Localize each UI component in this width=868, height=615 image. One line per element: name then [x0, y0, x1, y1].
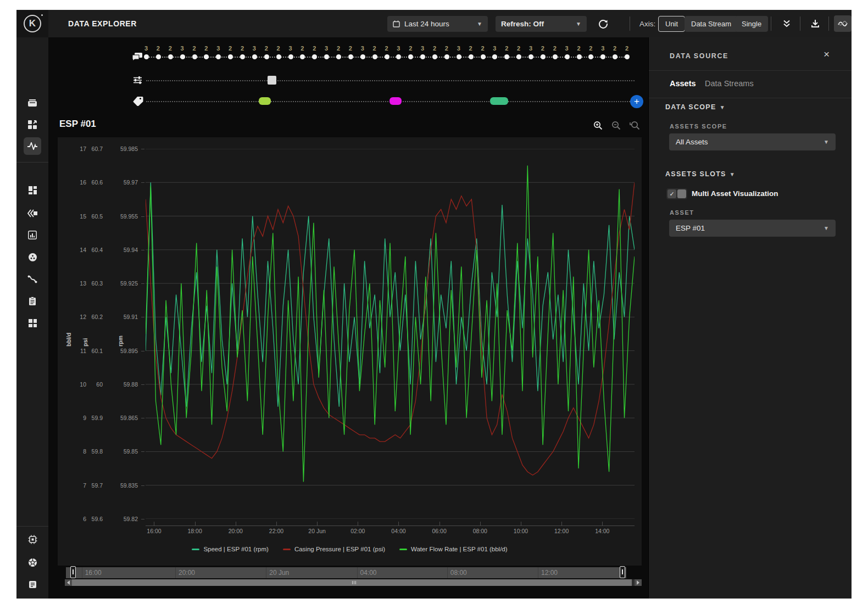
annotation-dot[interactable] [492, 54, 497, 59]
annotation-dot[interactable] [565, 54, 570, 59]
annotation-dot[interactable] [156, 54, 161, 59]
annotation-dot[interactable] [348, 54, 353, 59]
legend-item[interactable]: Water Flow Rate | ESP #01 (bbl/d) [399, 546, 508, 552]
zoom-reset-icon[interactable] [630, 121, 640, 130]
scroll-right-button[interactable] [635, 579, 642, 586]
annotation-dot[interactable] [336, 54, 341, 59]
zoom-out-icon[interactable] [611, 121, 621, 130]
annotation-dot[interactable] [516, 54, 521, 59]
annotation-dot[interactable] [457, 54, 461, 59]
annotation-dot[interactable] [588, 54, 593, 59]
annotation-dot[interactable] [504, 54, 509, 59]
annotation-dot[interactable] [528, 54, 533, 59]
annotation-dot[interactable] [180, 54, 185, 59]
annotation-dot[interactable] [324, 54, 329, 59]
annotation-dot[interactable] [300, 54, 305, 59]
sidebar-item-dashboards[interactable] [24, 181, 41, 199]
refresh-dropdown[interactable]: Refresh: Off ▼ [496, 16, 587, 32]
close-icon[interactable]: × [824, 48, 830, 60]
annotation-dot[interactable] [168, 54, 173, 59]
legend-item[interactable]: Casing Pressure | ESP #01 (psi) [283, 546, 385, 552]
tab-data-streams[interactable]: Data Streams [705, 79, 754, 88]
annotation-dot[interactable] [577, 54, 582, 59]
axis-mode-single[interactable]: Single [735, 16, 768, 32]
tag-marker[interactable] [259, 97, 271, 105]
annotation-dot[interactable] [600, 54, 605, 59]
grid-icon [28, 318, 37, 328]
annotation-dot[interactable] [204, 54, 209, 59]
condition-marker[interactable] [268, 76, 276, 85]
annotation-dot[interactable] [408, 54, 413, 59]
annotation-count: 2 [297, 45, 308, 52]
annotation-count: 2 [381, 45, 392, 52]
conditions-row-button[interactable] [133, 76, 143, 85]
annotation-dot[interactable] [372, 54, 377, 59]
annotation-dot[interactable] [420, 54, 425, 59]
annotation-dot[interactable] [613, 54, 617, 59]
brush-handle-left[interactable] [70, 566, 76, 578]
annotation-dot[interactable] [360, 54, 365, 59]
dashboard-icon [28, 186, 37, 195]
sidebar-item-apps[interactable] [24, 116, 41, 133]
sidebar-item-apps-grid[interactable] [24, 314, 41, 332]
annotation-dot[interactable] [228, 54, 233, 59]
app-logo[interactable]: K [16, 10, 48, 37]
annotation-dot[interactable] [625, 54, 630, 59]
annotation-dot[interactable] [385, 54, 390, 59]
sidebar-item-docs[interactable] [24, 575, 41, 593]
y-tick [141, 451, 144, 452]
data-scope-section-header[interactable]: DATA SCOPE▼ [665, 103, 726, 111]
annotation-dot[interactable] [240, 54, 245, 59]
annotation-dot[interactable] [216, 54, 221, 59]
asset-dropdown[interactable]: ESP #01▼ [669, 220, 836, 237]
tag-marker[interactable] [490, 97, 508, 105]
chart-plot-svg[interactable] [146, 149, 635, 519]
sidebar-item-pipelines[interactable] [24, 270, 41, 288]
annotation-dot[interactable] [481, 54, 486, 59]
annotation-dot[interactable] [264, 54, 269, 59]
annotation-dot[interactable] [553, 54, 558, 59]
refresh-now-button[interactable] [594, 15, 612, 32]
annotation-dot[interactable] [288, 54, 293, 59]
sidebar-item-charts[interactable] [24, 226, 41, 244]
annotation-dot[interactable] [312, 54, 317, 59]
annotation-dot[interactable] [276, 54, 281, 59]
chart-view-button[interactable] [834, 15, 852, 32]
legend-item[interactable]: Speed | ESP #01 (rpm) [192, 546, 268, 552]
annotation-dot[interactable] [541, 54, 546, 59]
sidebar-item-export[interactable] [24, 204, 41, 222]
download-button[interactable] [806, 15, 824, 32]
annotation-dot[interactable] [444, 54, 449, 59]
tab-assets[interactable]: Assets [670, 79, 696, 88]
scroll-left-button[interactable] [65, 579, 72, 586]
axis-mode-data-stream[interactable]: Data Stream [685, 16, 738, 32]
sidebar-item-deck[interactable] [24, 94, 41, 112]
annotation-dot[interactable] [469, 54, 474, 59]
brush-handle-right[interactable] [620, 566, 625, 578]
assets-slots-section-header[interactable]: ASSETS SLOTS▼ [665, 170, 736, 178]
add-annotation-button[interactable]: + [630, 95, 643, 108]
annotation-dot[interactable] [396, 54, 401, 59]
sidebar-item-data-explorer[interactable] [24, 137, 41, 155]
annotations-row-button[interactable] [132, 52, 144, 62]
annotation-dot[interactable] [252, 54, 257, 59]
annotation-dot[interactable] [432, 54, 437, 59]
time-brush-band[interactable]: 16:0020:0020 Jun04:0008:0012:00 [66, 567, 626, 578]
zoom-in-icon[interactable] [593, 121, 603, 130]
chevron-down-icon: ▼ [730, 171, 736, 177]
collapse-panels-button[interactable] [778, 15, 795, 32]
sidebar-item-cluster[interactable] [24, 248, 41, 266]
axis-mode-unit[interactable]: Unit [658, 16, 685, 32]
sidebar-item-network[interactable] [24, 554, 41, 571]
tags-row-button[interactable] [133, 96, 144, 106]
sidebar-item-system[interactable] [24, 530, 41, 548]
sidebar-item-logs[interactable] [24, 292, 41, 310]
horizontal-scrollbar[interactable] [65, 579, 642, 586]
assets-scope-dropdown[interactable]: All Assets▼ [669, 133, 836, 150]
multi-asset-toggle[interactable]: ✓ [666, 188, 687, 199]
scrollbar-thumb[interactable] [72, 579, 632, 586]
annotation-dot[interactable] [144, 54, 149, 59]
tag-marker[interactable] [390, 97, 402, 105]
annotation-dot[interactable] [192, 54, 197, 59]
time-range-dropdown[interactable]: Last 24 hours ▼ [387, 16, 488, 32]
